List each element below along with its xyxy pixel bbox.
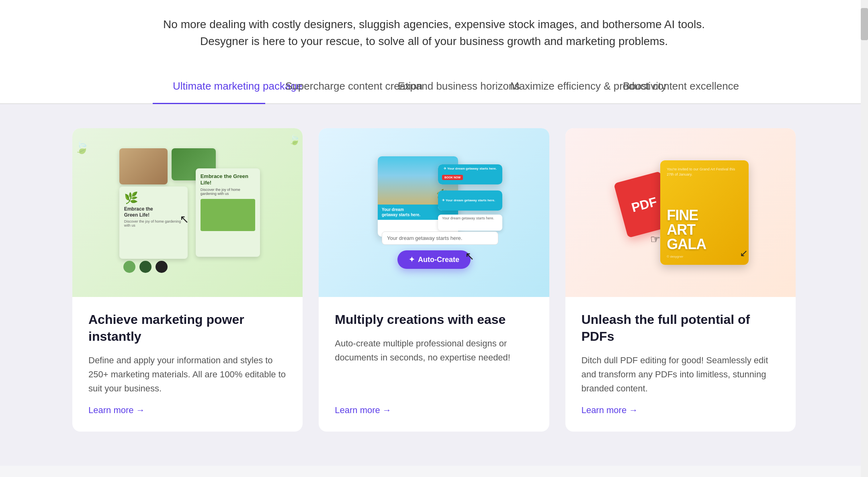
beach-card-medium1: ✈ Your dream getaway starts here. BOOK N… — [438, 164, 502, 184]
gala-header: You're invited to our Grand Art Festival… — [667, 167, 742, 177]
input-text: Your dream getaway starts here. — [387, 235, 462, 241]
card2-description: Auto-create multiple professional design… — [335, 336, 533, 395]
scrollbar[interactable] — [861, 0, 868, 477]
input-field-mock: Your dream getaway starts here. — [382, 231, 498, 245]
card1-image: 🍃 🍃 🌿 Embrace theGreen Life! Discover th… — [72, 128, 303, 297]
card2-title: Multiply creations with ease — [335, 311, 533, 328]
flyer-img — [201, 199, 255, 231]
card2-learn-more-text: Learn more — [335, 405, 380, 416]
main-content: 🍃 🍃 🌿 Embrace theGreen Life! Discover th… — [0, 104, 868, 466]
scrollbar-thumb[interactable] — [861, 8, 868, 40]
cards-container: 🍃 🍃 🌿 Embrace theGreen Life! Discover th… — [72, 128, 796, 432]
page-wrapper: No more dealing with costly designers, s… — [0, 0, 868, 466]
card3-text-content: Unleash the full potential of PDFs Ditch… — [565, 297, 796, 432]
flyer-sub: Discover the joy of home gardening with … — [201, 188, 255, 196]
card3-content: PDF → You're invited to our Grand Art Fe… — [604, 144, 757, 281]
beach-card-medium2: ✈ Your dream getaway starts here. — [438, 190, 502, 211]
card1-title: Achieve marketing power instantly — [88, 311, 287, 345]
gala-invitation-card: You're invited to our Grand Art Festival… — [660, 160, 749, 265]
gala-footer: © desygner — [667, 255, 742, 258]
flyer-title: Embrace the Green Life! — [201, 173, 255, 186]
card1-learn-more[interactable]: Learn more → — [88, 405, 287, 416]
leaf-icon-left: 🍃 — [74, 140, 89, 154]
beach-card-m1-text: ✈ Your dream getaway starts here. BOOK N… — [438, 164, 502, 184]
tab-boost[interactable]: Boost content excellence — [603, 71, 715, 104]
color-dots — [123, 261, 168, 273]
beach-card-m2-text: ✈ Your dream getaway starts here. — [438, 190, 502, 211]
card1-description: Define and apply your information and st… — [88, 353, 287, 396]
card2-image: Your dreamgetaway starts here. ✈ Your dr… — [319, 128, 549, 297]
m1-book: BOOK NOW — [442, 175, 463, 180]
card-pdf: PDF → You're invited to our Grand Art Fe… — [565, 128, 796, 432]
m1-label: ✈ Your dream getaway starts here. — [444, 167, 497, 171]
card3-learn-more[interactable]: Learn more → — [581, 405, 780, 416]
card3-learn-more-text: Learn more — [581, 405, 627, 416]
card2-content: Your dreamgetaway starts here. ✈ Your dr… — [358, 144, 510, 281]
dot-green — [123, 261, 135, 273]
top-line1: No more dealing with costly designers, s… — [80, 16, 788, 33]
leaf-icon-right: 🍃 — [289, 134, 301, 145]
card3-title: Unleash the full potential of PDFs — [581, 311, 780, 345]
tab-expand[interactable]: Expand business horizons — [378, 71, 490, 104]
collage-flyer1: Embrace the Green Life! Discover the joy… — [196, 168, 260, 257]
dot-dark-green — [139, 261, 151, 273]
auto-create-label: Auto-Create — [418, 256, 459, 264]
card2-learn-more[interactable]: Learn more → — [335, 405, 533, 416]
gala-footer-text: © desygner — [667, 255, 683, 258]
auto-create-button[interactable]: ✦ Auto-Create — [397, 250, 471, 269]
card3-description: Ditch dull PDF editing for good! Seamles… — [581, 353, 780, 396]
tab-ultimate[interactable]: Ultimate marketing package — [153, 71, 265, 104]
card-multiply: Your dreamgetaway starts here. ✈ Your dr… — [319, 128, 549, 432]
tab-supercharge[interactable]: Supercharge content creation — [265, 71, 378, 104]
card1-arrow-icon: → — [136, 405, 145, 416]
pdf-label: PDF — [630, 194, 659, 215]
top-line2: Desygner is here to your rescue, to solv… — [80, 33, 788, 50]
cursor-icon3: ↙ — [740, 248, 748, 259]
cursor-icon2: ↖ — [465, 250, 474, 263]
star-icon: ✦ — [409, 255, 415, 264]
cursor-icon1: ↖ — [180, 213, 189, 226]
tab-maximize[interactable]: Maximize efficiency & productivity — [490, 71, 603, 104]
card2-text-content: Multiply creations with ease Auto-create… — [319, 297, 549, 432]
tabs-section: Ultimate marketing package Supercharge c… — [0, 70, 868, 104]
card2-arrow-icon: → — [383, 405, 391, 416]
card1-collage: 🌿 Embrace theGreen Life! Discover the jo… — [111, 144, 264, 281]
beach-card-medium3: Your dream getaway starts here. — [438, 215, 502, 231]
hand-cursor-icon: ☞ — [650, 233, 660, 246]
gala-title: FINEARTGALA — [667, 208, 742, 252]
card3-image: PDF → You're invited to our Grand Art Fe… — [565, 128, 796, 297]
collage-photo1 — [119, 148, 168, 184]
card-marketing-power: 🍃 🍃 🌿 Embrace theGreen Life! Discover th… — [72, 128, 303, 432]
card3-arrow-icon: → — [629, 405, 638, 416]
card1-text-content: Achieve marketing power instantly Define… — [72, 297, 303, 432]
leaf-emoji: 🌿 — [124, 191, 183, 205]
collage-card1-title: Embrace theGreen Life! — [124, 206, 183, 218]
dot-black — [156, 261, 168, 273]
input-mock-small: Your dream getaway starts here. — [438, 215, 502, 222]
card1-learn-more-text: Learn more — [88, 405, 134, 416]
collage-card1-sub: Discover the joy of home gardening with … — [124, 219, 183, 227]
collage-card1: 🌿 Embrace theGreen Life! Discover the jo… — [119, 186, 188, 259]
top-text-section: No more dealing with costly designers, s… — [0, 0, 868, 70]
